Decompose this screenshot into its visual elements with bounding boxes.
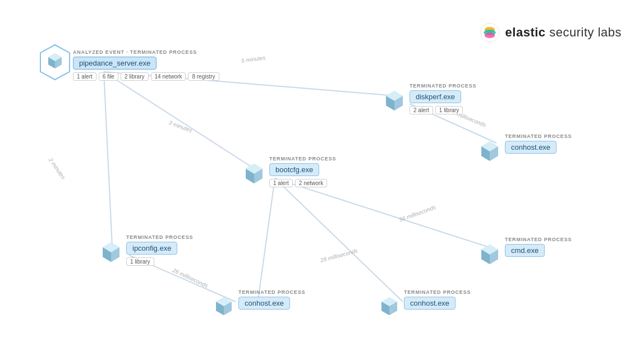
badge-file: 6 file	[99, 72, 118, 81]
svg-line-11	[275, 178, 403, 302]
badge-network: 14 network	[151, 72, 186, 81]
hex-icon	[38, 44, 72, 81]
badge-alert: 1 alert	[269, 179, 293, 187]
cube-diskperf	[384, 90, 405, 111]
node-pipedance-badges: 1 alert 6 file 2 library 14 network 8 re…	[73, 72, 219, 81]
node-conhost-bottom-right[interactable]: TERMINATED PROCESS conhost.exe	[404, 289, 471, 312]
badge-library: 2 library	[121, 72, 149, 81]
node-diskperf-name[interactable]: diskperf.exe	[410, 90, 461, 103]
node-diskperf-badges: 2 alert 1 library	[410, 106, 463, 114]
node-cmd[interactable]: TERMINATED PROCESS cmd.exe	[505, 237, 572, 260]
node-bootcfg-header: TERMINATED PROCESS	[269, 156, 336, 162]
node-ipconfig[interactable]: TERMINATED PROCESS ipconfig.exe 1 librar…	[126, 234, 193, 266]
cube-cmd	[479, 243, 500, 265]
edge-label-26ms: 26 milliseconds	[172, 267, 209, 289]
node-ipconfig-header: TERMINATED PROCESS	[126, 234, 193, 240]
edge-label-5min: 5 minutes	[241, 54, 265, 64]
badge-alert: 1 alert	[73, 72, 96, 81]
badge-library: 1 library	[126, 257, 154, 266]
cube-conhost-top	[479, 140, 500, 162]
node-diskperf[interactable]: TERMINATED PROCESS diskperf.exe 2 alert …	[410, 83, 476, 114]
svg-point-3	[484, 33, 495, 38]
svg-line-9	[258, 178, 275, 300]
edge-label-56ms: 56 milliseconds	[398, 204, 436, 223]
node-ipconfig-name[interactable]: ipconfig.exe	[126, 242, 177, 255]
edge-label-2min: 2 minutes	[48, 157, 67, 181]
node-pipedance-name[interactable]: pipedance_server.exe	[73, 57, 157, 70]
badge-library: 1 library	[435, 106, 463, 114]
node-conhost-top-name[interactable]: conhost.exe	[505, 141, 556, 154]
node-ipconfig-badges: 1 library	[126, 257, 154, 266]
node-bootcfg-badges: 1 alert 2 network	[269, 179, 327, 187]
node-conhost-top-header: TERMINATED PROCESS	[505, 133, 572, 139]
svg-line-5	[104, 72, 258, 171]
svg-line-6	[104, 72, 112, 247]
node-cmd-name[interactable]: cmd.exe	[505, 244, 545, 257]
badge-registry: 8 registry	[188, 72, 219, 81]
node-conhost-bottom-left[interactable]: TERMINATED PROCESS conhost.exe	[238, 289, 305, 312]
svg-line-8	[275, 178, 496, 250]
node-conhost-br-name[interactable]: conhost.exe	[404, 297, 456, 310]
cube-bootcfg	[243, 163, 265, 184]
node-diskperf-header: TERMINATED PROCESS	[410, 83, 476, 89]
node-pipedance[interactable]: ANALYZED EVENT · TERMINATED PROCESS pipe…	[73, 49, 219, 81]
node-cmd-header: TERMINATED PROCESS	[505, 237, 572, 242]
node-conhost-top[interactable]: TERMINATED PROCESS conhost.exe	[505, 133, 572, 156]
node-bootcfg-name[interactable]: bootcfg.exe	[269, 163, 319, 176]
edge-label-3min: 3 minutes	[168, 119, 193, 133]
cube-conhost-br	[380, 296, 399, 316]
edge-label-28ms: 28 milliseconds	[320, 247, 358, 263]
node-conhost-bl-name[interactable]: conhost.exe	[238, 297, 290, 310]
badge-network: 2 network	[295, 179, 327, 187]
node-pipedance-header: ANALYZED EVENT · TERMINATED PROCESS	[73, 49, 197, 55]
node-conhost-br-header: TERMINATED PROCESS	[404, 289, 471, 295]
cube-ipconfig	[100, 241, 122, 262]
elastic-logo: elastic security labs	[480, 22, 622, 43]
badge-alert: 2 alert	[410, 106, 433, 114]
logo-text: elastic security labs	[505, 25, 622, 40]
node-bootcfg[interactable]: TERMINATED PROCESS bootcfg.exe 1 alert 2…	[269, 156, 336, 187]
node-conhost-bl-header: TERMINATED PROCESS	[238, 289, 305, 295]
cube-conhost-bl	[214, 296, 234, 316]
